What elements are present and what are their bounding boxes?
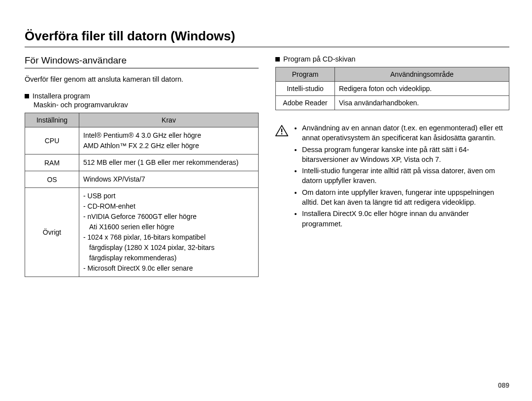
warning-item: Om datorn inte uppfyller kraven, fungera…: [302, 187, 509, 208]
install-heading: Installera program: [25, 92, 259, 100]
square-bullet-icon: [25, 94, 29, 98]
warning-item: Installera DirectX 9.0c eller högre inna…: [302, 209, 509, 229]
req-label: CPU: [25, 127, 79, 154]
two-column-layout: För Windows-användare Överför filer geno…: [25, 55, 509, 277]
warning-item: Användning av en annan dator (t.ex. en e…: [302, 123, 509, 143]
requirements-table: Inställning Krav CPUIntel® Pentium® 4 3.…: [25, 113, 259, 277]
req-header-setting: Inställning: [25, 113, 79, 127]
left-column: För Windows-användare Överför filer geno…: [25, 55, 259, 277]
warning-box: Användning av en annan dator (t.ex. en e…: [275, 123, 509, 230]
req-label: RAM: [25, 154, 79, 171]
svg-rect-1: [281, 128, 282, 132]
req-value: Intel® Pentium® 4 3.0 GHz eller högreAMD…: [79, 127, 259, 154]
program-name: Intelli-studio: [276, 82, 335, 96]
cd-programs-heading-text: Program på CD-skivan: [283, 55, 356, 63]
table-row: Adobe ReaderVisa användarhandboken.: [276, 96, 509, 110]
req-value: 512 MB eller mer (1 GB eller mer rekomme…: [79, 154, 259, 171]
program-use: Visa användarhandboken.: [335, 96, 509, 110]
prog-header-use: Användningsområde: [335, 67, 509, 82]
req-header-req: Krav: [79, 113, 259, 127]
intro-text: Överför filer genom att ansluta kameran …: [25, 75, 259, 83]
req-value: - USB port- CD-ROM-enhet- nVIDIA Geforce…: [79, 188, 259, 277]
subheading-rule: [25, 68, 259, 68]
req-value: Windows XP/Vista/7: [79, 171, 259, 188]
cd-programs-heading: Program på CD-skivan: [275, 55, 509, 63]
req-label: OS: [25, 171, 79, 188]
prog-header-name: Program: [276, 67, 335, 82]
title-rule: [25, 47, 509, 47]
table-row: Intelli-studioRedigera foton och videokl…: [276, 82, 509, 96]
page-number: 089: [498, 381, 509, 389]
square-bullet-icon: [275, 57, 280, 62]
right-column: Program på CD-skivan Program Användnings…: [275, 55, 509, 277]
svg-rect-2: [281, 133, 282, 134]
warning-list: Användning av en annan dator (t.ex. en e…: [294, 123, 509, 230]
table-row: CPUIntel® Pentium® 4 3.0 GHz eller högre…: [25, 127, 259, 154]
install-heading-text: Installera program: [33, 92, 90, 100]
program-name: Adobe Reader: [276, 96, 335, 110]
page-title: Överföra filer till datorn (Windows): [25, 29, 509, 44]
programs-table: Program Användningsområde Intelli-studio…: [275, 67, 509, 110]
warning-item: Intelli-studio fungerar inte alltid rätt…: [302, 166, 509, 186]
req-label: Övrigt: [25, 188, 79, 277]
program-use: Redigera foton och videoklipp.: [335, 82, 509, 96]
table-row: OSWindows XP/Vista/7: [25, 171, 259, 188]
subheading-windows-users: För Windows-användare: [25, 55, 259, 66]
table-row: Övrigt- USB port- CD-ROM-enhet- nVIDIA G…: [25, 188, 259, 277]
table-row: RAM512 MB eller mer (1 GB eller mer reko…: [25, 154, 259, 171]
warning-item: Dessa program fungerar kanske inte på rä…: [302, 145, 509, 165]
warning-triangle-icon: [275, 125, 288, 136]
install-subtext: Maskin- och programvarukrav: [33, 101, 259, 109]
